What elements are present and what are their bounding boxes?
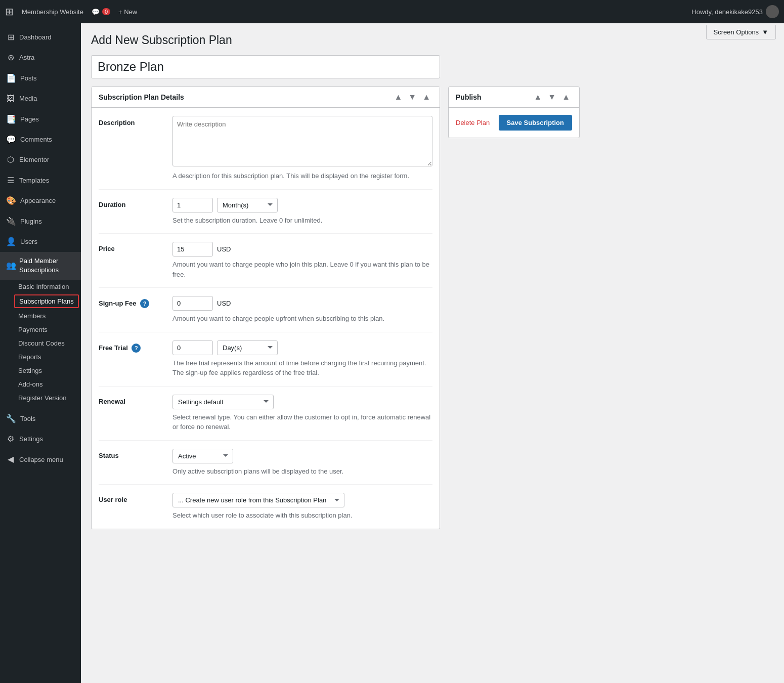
sidebar-item-tools[interactable]: 🔧 Tools <box>0 409 81 429</box>
publish-collapse-up-button[interactable]: ▲ <box>532 92 544 102</box>
postbox-collapse-up-button[interactable]: ▲ <box>392 92 404 102</box>
sidebar-item-astra[interactable]: ⊛ Astra <box>0 48 81 68</box>
screen-options-button[interactable]: Screen Options ▼ <box>706 25 776 39</box>
price-row: Price USD Amount you want to charge peop… <box>99 234 432 288</box>
description-textarea[interactable] <box>172 116 432 166</box>
duration-value-input[interactable] <box>172 198 213 212</box>
new-content-link[interactable]: + New <box>118 8 137 16</box>
comments-link[interactable]: 💬 0 <box>92 8 110 16</box>
sidebar-item-label: Settings <box>19 435 43 444</box>
submenu-item-payments[interactable]: Payments <box>0 323 81 336</box>
sidebar-item-label: Users <box>20 237 37 246</box>
postbox-header: Subscription Plan Details ▲ ▼ ▲ <box>92 87 440 108</box>
status-help-text: Only active subscription plans will be d… <box>172 466 432 477</box>
renewal-select[interactable]: Settings default Auto renewal No renewal <box>172 395 274 409</box>
publish-sidebar: Publish ▲ ▼ ▲ Delete Plan Save Subscript… <box>448 87 580 138</box>
duration-label: Duration <box>99 198 164 208</box>
postbox-title: Subscription Plan Details <box>99 93 392 101</box>
submenu-item-members[interactable]: Members <box>0 309 81 323</box>
status-label: Status <box>99 449 164 459</box>
postbox-toggle-button[interactable]: ▲ <box>420 92 432 102</box>
collapse-icon: ◀ <box>6 454 15 465</box>
duration-unit-select[interactable]: Day(s) Month(s) Year(s) <box>217 198 278 212</box>
comments-count: 0 <box>102 8 110 15</box>
sidebar-item-media[interactable]: 🖼 Media <box>0 89 81 109</box>
duration-help-text: Set the subscription duration. Leave 0 f… <box>172 216 432 226</box>
elementor-icon: ⬡ <box>6 154 15 165</box>
signup-fee-label: Sign-up Fee ? <box>99 296 164 308</box>
user-avatar <box>766 5 779 18</box>
price-label: Price <box>99 242 164 252</box>
description-row: Description A description for this subsc… <box>99 108 432 190</box>
submenu-item-subscription-plans[interactable]: Subscription Plans <box>14 294 79 308</box>
posts-icon: 📄 <box>6 73 16 84</box>
screen-options-chevron-icon: ▼ <box>762 28 768 36</box>
admin-bar: ⊞ Membership Website 💬 0 + New Howdy, de… <box>0 0 784 23</box>
publish-toggle-button[interactable]: ▲ <box>560 92 572 102</box>
publish-controls: ▲ ▼ ▲ <box>532 92 572 102</box>
sidebar-item-dashboard[interactable]: ⊞ Dashboard <box>0 27 81 48</box>
sidebar-item-appearance[interactable]: 🎨 Appearance <box>0 191 81 211</box>
publish-body: Delete Plan Save Subscription <box>449 108 579 138</box>
plugins-icon: 🔌 <box>6 216 16 227</box>
publish-postbox: Publish ▲ ▼ ▲ Delete Plan Save Subscript… <box>448 87 580 138</box>
sidebar-item-collapse[interactable]: ◀ Collapse menu <box>0 449 81 469</box>
free-trial-row: Free Trial ? Day(s) Week(s) Month(s) <box>99 332 432 387</box>
user-role-row: User role ... Create new user role from … <box>99 485 432 529</box>
description-help-text: A description for this subscription plan… <box>172 171 432 181</box>
site-name-link[interactable]: Membership Website <box>22 8 83 16</box>
subscription-plan-title-input[interactable] <box>91 55 440 78</box>
media-icon: 🖼 <box>6 93 15 104</box>
submenu-item-discount-codes[interactable]: Discount Codes <box>0 336 81 350</box>
renewal-row: Renewal Settings default Auto renewal No… <box>99 387 432 441</box>
user-role-help-text: Select which user role to associate with… <box>172 510 432 521</box>
sidebar-item-comments[interactable]: 💬 Comments <box>0 130 81 150</box>
price-currency-label: USD <box>217 245 231 253</box>
save-subscription-button[interactable]: Save Subscription <box>499 115 572 131</box>
sidebar-item-label: Plugins <box>20 217 42 226</box>
postbox-collapse-down-button[interactable]: ▼ <box>406 92 418 102</box>
astra-icon: ⊛ <box>6 52 15 63</box>
sidebar-item-paid-member[interactable]: 👥 Paid Member Subscriptions <box>0 252 81 279</box>
submenu-item-settings[interactable]: Settings <box>0 364 81 377</box>
tools-icon: 🔧 <box>6 413 16 424</box>
sidebar-item-posts[interactable]: 📄 Posts <box>0 68 81 89</box>
free-trial-value-input[interactable] <box>172 340 213 355</box>
free-trial-unit-select[interactable]: Day(s) Week(s) Month(s) <box>217 340 278 355</box>
free-trial-help-text: The free trial represents the amount of … <box>172 358 432 378</box>
price-value-input[interactable] <box>172 242 213 257</box>
submenu-item-reports[interactable]: Reports <box>0 350 81 364</box>
user-role-select[interactable]: ... Create new user role from this Subsc… <box>172 493 344 507</box>
renewal-label: Renewal <box>99 395 164 405</box>
signup-fee-help-icon[interactable]: ? <box>140 299 149 308</box>
appearance-icon: 🎨 <box>6 195 16 206</box>
sidebar-item-label: Collapse menu <box>19 455 63 464</box>
admin-sidebar: ⊞ Dashboard ⊛ Astra 📄 Posts 🖼 Media 📑 Pa… <box>0 23 81 683</box>
submenu-item-add-ons[interactable]: Add-ons <box>0 377 81 391</box>
submenu-item-register-version[interactable]: Register Version <box>0 391 81 405</box>
sidebar-item-pages[interactable]: 📑 Pages <box>0 109 81 130</box>
sidebar-item-elementor[interactable]: ⬡ Elementor <box>0 150 81 170</box>
sidebar-item-label: Elementor <box>19 155 49 164</box>
page-title: Add New Subscription Plan <box>91 33 774 47</box>
status-select[interactable]: Active Inactive <box>172 449 233 463</box>
signup-fee-input[interactable] <box>172 296 213 311</box>
sidebar-item-users[interactable]: 👤 Users <box>0 232 81 252</box>
sidebar-item-templates[interactable]: ☰ Templates <box>0 170 81 191</box>
sidebar-item-label: Posts <box>20 74 37 83</box>
free-trial-help-icon[interactable]: ? <box>132 344 141 353</box>
sidebar-item-label: Dashboard <box>19 33 52 42</box>
dashboard-icon: ⊞ <box>6 32 15 43</box>
howdy-text: Howdy, denekikake9253 <box>691 8 763 16</box>
delete-plan-link[interactable]: Delete Plan <box>456 119 490 126</box>
signup-fee-currency-label: USD <box>217 300 231 307</box>
form-table: Description A description for this subsc… <box>92 108 440 529</box>
free-trial-label: Free Trial ? <box>99 340 164 353</box>
description-field: A description for this subscription plan… <box>172 116 432 181</box>
sidebar-item-label: Media <box>19 94 37 103</box>
sidebar-item-settings[interactable]: ⚙ Settings <box>0 429 81 449</box>
sidebar-item-plugins[interactable]: 🔌 Plugins <box>0 211 81 232</box>
submenu-item-basic-info[interactable]: Basic Information <box>0 280 81 293</box>
sidebar-item-label: Tools <box>20 414 35 423</box>
publish-collapse-down-button[interactable]: ▼ <box>546 92 558 102</box>
